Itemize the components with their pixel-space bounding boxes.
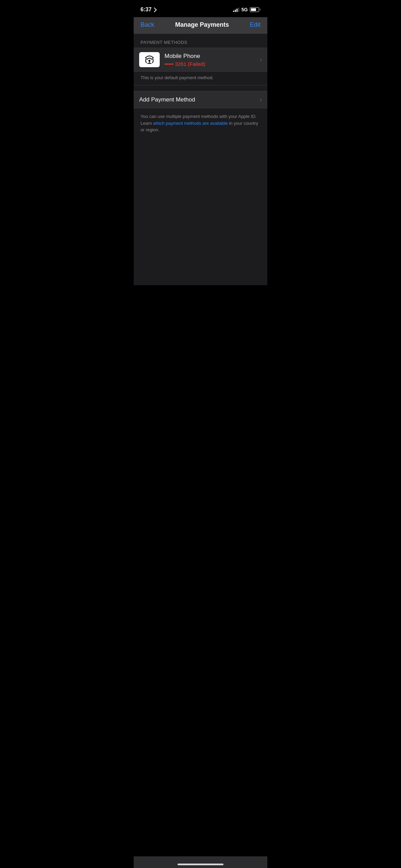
- battery-tip: [260, 9, 260, 11]
- signal-bar-3: [236, 9, 238, 12]
- signal-bar-4: [238, 8, 239, 12]
- payment-failed-label: (Failed): [188, 61, 205, 67]
- battery-icon: [250, 7, 260, 12]
- signal-bar-2: [235, 10, 236, 12]
- chevron-right-icon: ›: [260, 56, 262, 63]
- payment-last-four: 3261: [175, 61, 186, 67]
- mobile-phone-payment-row[interactable]: Mobile Phone ••••• 3261 (Failed) ›: [134, 48, 267, 72]
- payment-status: ••••• 3261 (Failed): [165, 61, 257, 67]
- battery-body: [250, 7, 259, 12]
- page-title: Manage Payments: [175, 21, 229, 28]
- status-time: 6:37: [141, 7, 156, 13]
- signal-bars-icon: [233, 7, 239, 12]
- time-label: 6:37: [141, 7, 151, 13]
- footer-text: You can use multiple payment methods wit…: [134, 108, 267, 138]
- nav-bar: Back Manage Payments Edit: [134, 17, 267, 34]
- payment-dots: •••••: [165, 61, 173, 67]
- add-payment-chevron-icon: ›: [260, 96, 262, 103]
- signal-bar-1: [233, 11, 234, 12]
- payment-info: Mobile Phone ••••• 3261 (Failed): [165, 53, 257, 67]
- payment-name: Mobile Phone: [165, 53, 257, 60]
- back-button[interactable]: Back: [141, 21, 154, 28]
- edit-button[interactable]: Edit: [250, 21, 260, 28]
- status-right: 5G: [233, 7, 260, 12]
- battery-fill: [251, 8, 256, 11]
- footer-link[interactable]: which payment methods are available: [153, 121, 228, 126]
- signal-broadcast-icon: [143, 55, 156, 65]
- add-payment-method-row[interactable]: Add Payment Method ›: [134, 91, 267, 108]
- mobile-phone-icon: [139, 52, 160, 67]
- add-payment-label: Add Payment Method: [139, 96, 195, 103]
- section-header: PAYMENT METHODS: [134, 34, 267, 48]
- status-bar: 6:37 5G: [134, 0, 267, 17]
- default-payment-note: This is your default payment method.: [134, 72, 267, 85]
- location-icon: [152, 8, 157, 12]
- network-label: 5G: [241, 7, 248, 12]
- content-area: PAYMENT METHODS Mobile Phone: [134, 34, 267, 285]
